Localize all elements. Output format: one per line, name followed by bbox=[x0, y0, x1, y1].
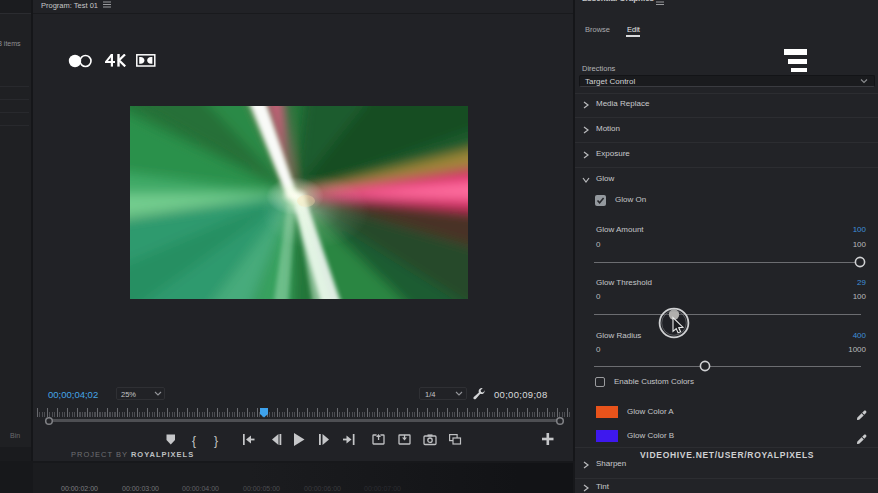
svg-text:}: } bbox=[214, 434, 218, 448]
svg-text:{: { bbox=[192, 434, 196, 448]
